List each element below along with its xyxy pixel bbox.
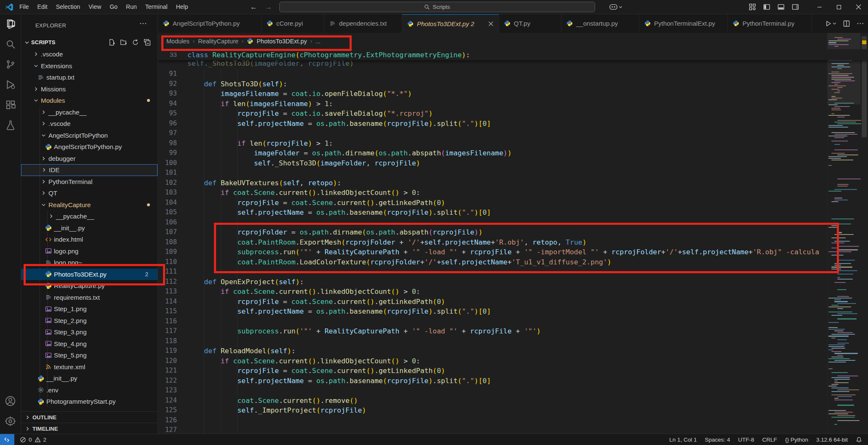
error-icon [20,437,26,443]
maximize-button[interactable] [829,0,849,14]
menu-edit[interactable]: Edit [33,0,52,14]
breadcrumb-item[interactable]: ... [315,38,320,45]
tree-item-logo-png-[interactable]: logo.png~ [21,257,158,269]
close-icon[interactable] [488,21,494,27]
activity-account-icon[interactable] [0,391,21,411]
tree-item--vscode[interactable]: .vscode [21,48,158,60]
split-editor-button[interactable] [843,20,850,27]
activity-settings-icon[interactable] [0,411,21,431]
tree-item-step-2-png[interactable]: Step_2.png [21,315,158,327]
python-interpreter[interactable]: 3.12.6 64-bit [816,437,848,443]
activity-testing-icon[interactable] [0,115,21,135]
tree-item-angelscripttopython[interactable]: AngelScriptToPython [21,130,158,141]
tab-dependencies-txt[interactable]: dependencies.txt [324,14,402,33]
run-python-button[interactable] [825,20,836,27]
menu-help[interactable]: Help [172,0,192,14]
tree-item-ide[interactable]: IDE [21,164,158,176]
explorer-more-icon[interactable]: ⋯ [139,19,147,28]
tab-pythonterminalext-py[interactable]: PythonTerminalExt.py [639,14,728,33]
encoding[interactable]: UTF-8 [738,437,754,443]
bell-icon[interactable] [856,437,862,443]
tree-item-requirements-txt[interactable]: requirements.txt [21,292,158,304]
breadcrumb-item[interactable]: Modules [166,38,190,45]
indentation[interactable]: Spaces: 4 [705,437,730,443]
menu-selection[interactable]: Selection [52,0,85,14]
close-button[interactable] [849,0,868,14]
tree-item-step-3-png[interactable]: Step_3.png [21,326,158,338]
new-file-icon[interactable] [108,39,115,46]
outline-section[interactable]: OUTLINE [21,411,158,423]
tree-item-extensions[interactable]: Extensions [21,60,158,72]
collapse-icon[interactable] [144,39,151,46]
menu-view[interactable]: View [84,0,105,14]
tab--onstartup-py[interactable]: __onstartup.py [561,14,639,33]
outline-label: OUTLINE [32,414,56,421]
tree-item-texture-xml[interactable]: texture.xml [21,361,158,373]
activity-explorer-icon[interactable] [0,14,21,34]
refresh-icon[interactable] [132,39,139,46]
tree-item-photosto3dext-py[interactable]: PhotosTo3DExt.py2 [21,269,158,280]
activity-run-debug-icon[interactable] [0,75,21,95]
activity-source-control-icon[interactable] [0,54,21,75]
tree-item-logo-png[interactable]: logo.png [21,245,158,257]
cursor-position[interactable]: Ln 1, Col 1 [669,437,697,443]
tree-item--vscode[interactable]: .vscode [21,118,158,130]
tree-item-index-html[interactable]: index.html [21,234,158,245]
sticky-scroll-line[interactable]: 33 class RealityCaptureEngine(cPhotogram… [158,49,868,60]
tree-item-step-1-png[interactable]: Step_1.png [21,303,158,315]
menu-file[interactable]: File [15,0,33,14]
copilot-icon[interactable] [609,4,622,10]
tree-item-angelscripttopython-py[interactable]: AngelScriptToPython.py [21,141,158,153]
tree-item--init-py[interactable]: __init__.py [21,222,158,234]
tree-item-pythonterminal[interactable]: PythonTerminal [21,176,158,188]
tree-item-startup-txt[interactable]: startup.txt [21,72,158,83]
tree-item-realitycapture-py[interactable]: RealityCapture.py [21,280,158,292]
command-center-search[interactable]: Scripts [279,2,595,12]
tree-item-step-5-png[interactable]: Step_5.png [21,349,158,361]
breadcrumb-item[interactable]: PhotosTo3DExt.py [256,38,307,45]
minimap[interactable] [827,33,860,434]
tree-item--init-py[interactable]: __init__.py [21,373,158,384]
remote-indicator[interactable] [0,434,14,445]
activity-search-icon[interactable] [0,34,21,54]
menu-run[interactable]: Run [122,0,141,14]
customize-layout-icon[interactable] [749,3,756,11]
toggle-panel-icon[interactable] [777,3,785,11]
toggle-secondary-sidebar-icon[interactable] [792,3,799,11]
minimap-slider[interactable] [828,33,860,104]
breadcrumb-item[interactable]: RealityCapture [198,38,238,45]
tree-item-missions[interactable]: Missions [21,83,158,95]
forward-arrow-icon[interactable]: → [265,3,272,11]
more-actions-icon[interactable]: ⋯ [857,19,864,28]
tree-item-photogrammetrystart-py[interactable]: PhotogrammetryStart.py [21,396,158,408]
toggle-sidebar-icon[interactable] [763,3,770,11]
tree-item-qt[interactable]: QT [21,187,158,199]
eol-sequence[interactable]: CRLF [762,437,777,443]
scripts-section-header[interactable]: SCRIPTS [21,36,158,48]
tree-item-step-4-png[interactable]: Step_4.png [21,338,158,350]
tree-item-realitycapture[interactable]: RealityCapture [21,199,158,211]
menu-terminal[interactable]: Terminal [141,0,172,14]
code-area[interactable]: 91 92 def ShotsTo3D(self):93 imagesFilen… [158,69,828,434]
tab-pythonterminal-py[interactable]: PythonTerminal.py [728,14,812,33]
tab-qt-py[interactable]: QT.py [499,14,561,33]
scrollbar[interactable] [860,33,868,434]
tree-item--pycache-[interactable]: __pycache__ [21,211,158,222]
activity-extensions-icon[interactable] [0,95,21,115]
tree-item-modules[interactable]: Modules [21,95,158,107]
back-arrow-icon[interactable]: ← [250,3,257,11]
problems-indicator[interactable]: 0 2 [20,437,46,443]
timeline-section[interactable]: TIMELINE [21,423,158,434]
language-mode[interactable]: {} Python [785,437,808,443]
tab-angelscripttopython-py[interactable]: AngelScriptToPython.py [158,14,262,33]
tab-ccore-pyi[interactable]: cCore.pyi [262,14,324,33]
tree-item--pycache-[interactable]: __pycache__ [21,107,158,118]
breadcrumb[interactable]: Modules›RealityCapture›PhotosTo3DExt.py›… [158,33,868,49]
vscode-logo-icon [5,3,13,11]
tab-photosto3dext-py-2[interactable]: PhotosTo3DExt.py 2 [402,14,499,33]
menu-go[interactable]: Go [105,0,122,14]
tree-item--env[interactable]: .env [21,384,158,396]
new-folder-icon[interactable] [120,39,127,46]
tree-item-debugger[interactable]: debugger [21,153,158,165]
minimize-button[interactable] [810,0,829,14]
